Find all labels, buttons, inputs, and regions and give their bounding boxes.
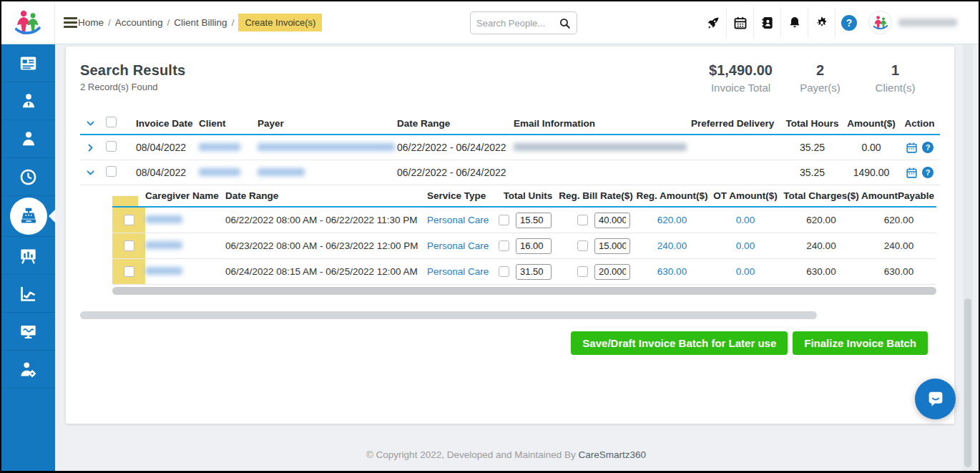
service-type-link[interactable]: Personal Care — [427, 266, 499, 277]
col-preferred-delivery: Preferred Delivery — [691, 118, 782, 129]
schedule-calendar-icon[interactable] — [906, 142, 918, 154]
units-override-checkbox[interactable] — [499, 240, 509, 251]
payer-link-redacted[interactable] — [258, 168, 305, 176]
rate-override-checkbox[interactable] — [577, 266, 588, 277]
ot-amount-link[interactable]: 0.00 — [710, 266, 781, 277]
breadcrumb-accounting[interactable]: Accounting — [115, 17, 163, 28]
visit-row: 06/24/2022 08:15 AM - 06/25/2022 12:00 A… — [112, 259, 936, 285]
menu-toggle-icon[interactable] — [64, 17, 77, 30]
date-range-value: 06/22/2022 - 06/24/2022 — [397, 142, 514, 153]
rate-override-checkbox[interactable] — [577, 240, 588, 251]
sidebar-item-accounting-active[interactable] — [1, 196, 55, 237]
records-found-count: 2 Record(s) Found — [80, 82, 185, 92]
breadcrumb-separator: / — [167, 17, 170, 28]
visit-checkbox-highlighted[interactable] — [124, 215, 134, 225]
visit-date-range: 06/22/2022 08:00 AM - 06/22/2022 11:30 P… — [225, 215, 427, 225]
reg-amount-link[interactable]: 240.00 — [634, 240, 710, 251]
caregiver-person-icon — [19, 92, 38, 110]
detail-table-horizontal-scrollbar[interactable] — [112, 287, 936, 295]
col-ot-amount: OT Amount($) — [710, 190, 781, 201]
invoice-table-horizontal-scrollbar[interactable] — [80, 311, 817, 319]
expand-row-chevron-icon[interactable] — [80, 143, 106, 152]
col-payer: Payer — [258, 118, 397, 129]
save-draft-batch-button[interactable]: Save/Draft Invoice Batch for Later use — [571, 331, 788, 355]
topbar-icon-group: ? — [700, 8, 863, 38]
sidebar-item-dashboard[interactable] — [1, 44, 55, 82]
col-email-information: Email Information — [514, 118, 691, 129]
client-link-redacted[interactable] — [199, 168, 240, 176]
service-type-link[interactable]: Personal Care — [427, 240, 499, 251]
sidebar-item-clients[interactable] — [1, 120, 55, 158]
quick-launch-icon[interactable] — [700, 8, 727, 38]
bill-rate-input[interactable] — [594, 264, 630, 280]
caregiver-link-redacted[interactable] — [145, 241, 182, 249]
row-checkbox[interactable] — [106, 141, 117, 152]
contacts-icon[interactable] — [754, 8, 781, 38]
help-icon[interactable]: ? — [836, 8, 863, 38]
client-link-redacted[interactable] — [199, 143, 240, 151]
row-checkbox[interactable] — [106, 166, 117, 177]
row-help-icon[interactable]: ? — [922, 167, 934, 178]
sidebar-item-scheduling[interactable] — [1, 158, 55, 196]
amount-payable-value: 630.00 — [861, 266, 936, 277]
live-chat-button[interactable] — [915, 379, 956, 419]
settings-gear-icon[interactable] — [808, 8, 836, 38]
search-input[interactable] — [476, 18, 556, 29]
amount-payable-value: 240.00 — [861, 240, 936, 251]
reg-amount-link[interactable]: 630.00 — [634, 266, 710, 277]
sidebar-item-monitoring[interactable] — [1, 313, 55, 351]
detail-table-header: Caregiver Name Date Range Service Type T… — [112, 185, 936, 208]
units-override-checkbox[interactable] — [499, 266, 509, 277]
user-settings-icon — [19, 360, 38, 379]
visit-checkbox-highlighted[interactable] — [124, 266, 134, 277]
user-menu[interactable] — [868, 11, 957, 34]
bill-rate-input[interactable] — [594, 213, 630, 228]
results-header: Search Results 2 Record(s) Found $1,490.… — [66, 47, 954, 94]
collapse-row-chevron-icon[interactable] — [80, 168, 106, 177]
bill-rate-input[interactable] — [594, 238, 630, 254]
caregiver-link-redacted[interactable] — [145, 215, 182, 223]
people-search — [470, 11, 577, 34]
sidebar-item-analytics[interactable] — [1, 275, 55, 313]
search-icon[interactable] — [559, 17, 571, 29]
caregiver-link-redacted[interactable] — [145, 267, 182, 275]
sidebar-item-caregivers[interactable] — [1, 82, 55, 120]
breadcrumb-client-billing[interactable]: Client Billing — [174, 17, 227, 28]
breadcrumb-separator: / — [108, 17, 111, 28]
calendar-icon[interactable] — [727, 8, 754, 38]
total-units-input[interactable] — [516, 238, 552, 254]
reg-amount-link[interactable]: 620.00 — [634, 215, 710, 225]
notifications-bell-icon[interactable] — [781, 8, 808, 38]
service-type-link[interactable]: Personal Care — [427, 215, 499, 225]
schedule-calendar-icon[interactable] — [906, 167, 918, 179]
col-detail-date-range: Date Range — [225, 190, 427, 201]
app-logo[interactable] — [1, 1, 55, 44]
sidebar-item-reports[interactable] — [1, 237, 55, 275]
vertical-scrollbar-thumb[interactable] — [964, 298, 971, 467]
collapse-all-chevron-icon[interactable] — [80, 119, 106, 128]
payer-link-redacted[interactable] — [258, 143, 395, 151]
clock-icon — [19, 167, 38, 187]
col-reg-amount: Reg. Amount($) — [634, 190, 710, 201]
payers-value: 2 — [793, 62, 848, 79]
caresmartz-logo-icon — [13, 8, 43, 38]
cash-register-icon — [18, 205, 39, 227]
clients-label: Client(s) — [868, 82, 923, 94]
breadcrumb-current-highlighted: Create Invoice(s) — [238, 14, 322, 31]
select-all-checkbox[interactable] — [106, 117, 117, 127]
invoice-table-header: Invoice Date Client Payer Date Range Ema… — [80, 112, 940, 135]
ot-amount-link[interactable]: 0.00 — [710, 215, 781, 225]
sidebar-item-admin[interactable] — [1, 351, 55, 389]
breadcrumb-home[interactable]: Home — [78, 17, 104, 28]
units-override-checkbox[interactable] — [499, 215, 509, 225]
row-help-icon[interactable]: ? — [922, 142, 934, 153]
ot-amount-link[interactable]: 0.00 — [710, 240, 781, 251]
rate-override-checkbox[interactable] — [577, 215, 588, 225]
total-units-input[interactable] — [516, 213, 552, 228]
col-amount-payable: AmountPayable — [861, 190, 936, 201]
total-units-input[interactable] — [516, 264, 552, 280]
chat-bubble-icon — [925, 389, 946, 410]
visit-checkbox-highlighted[interactable] — [124, 240, 134, 251]
finalize-batch-button[interactable]: Finalize Invoice Batch — [793, 331, 928, 355]
presentation-chart-icon — [19, 246, 38, 265]
